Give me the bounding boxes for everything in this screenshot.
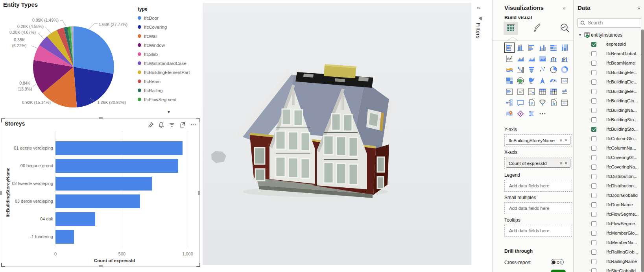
visual-type-decomp-tree-icon[interactable] (504, 98, 515, 108)
well-dropzone[interactable]: Count of expressId ∨ ✕ (504, 157, 572, 169)
visual-type-new-slicer-icon[interactable] (559, 87, 570, 97)
field-row-IfcDistribution[interactable]: IfcDistribution... (574, 172, 641, 181)
visual-type-narrative-icon[interactable] (526, 98, 537, 108)
visual-type-matrix-icon[interactable] (548, 87, 559, 97)
field-row-IfcBuildingGlo[interactable]: IfcBuildingGlo... (574, 96, 641, 105)
field-checkbox[interactable] (591, 146, 596, 151)
visual-type-stacked-area-icon[interactable] (526, 54, 537, 64)
visual-type-funnel-icon[interactable] (526, 65, 537, 75)
visual-type-kpi-icon[interactable] (515, 87, 526, 97)
visual-type-clustered-column-icon[interactable] (537, 43, 548, 53)
bar-chart-visual[interactable]: Storeys 01 eerste verdieping00 begane gr… (1, 118, 200, 266)
field-checkbox[interactable] (591, 61, 596, 66)
legend-item-IfcBuildingElementPart[interactable]: IfcBuildingElementPart (138, 68, 201, 77)
visual-type-slicer-icon[interactable] (526, 87, 537, 97)
field-checkbox[interactable] (591, 42, 596, 47)
ifc-building-model[interactable] (235, 54, 396, 200)
resize-handle[interactable] (99, 265, 103, 267)
field-checkbox[interactable] (591, 212, 596, 217)
field-row-IfcRailingName[interactable]: IfcRailingName (574, 257, 641, 266)
resize-handle[interactable] (198, 191, 200, 195)
field-checkbox[interactable] (591, 250, 596, 255)
field-row-IfcMemberNa[interactable]: IfcMemberNa... (574, 238, 641, 247)
field-row-IfcSiteGlobalId[interactable]: IfcSiteGlobalId (574, 266, 641, 272)
bar-01-eerste-verdieping[interactable] (55, 141, 183, 155)
well-dropzone[interactable]: Add data fields here (504, 225, 572, 237)
field-checkbox[interactable] (591, 240, 596, 245)
field-checkbox[interactable] (591, 117, 596, 122)
cross-report-toggle[interactable]: Off (551, 259, 564, 265)
field-row-IfcFlowSegme[interactable]: IfcFlowSegme... (574, 219, 641, 228)
remove-field-icon[interactable]: ✕ (565, 138, 568, 142)
field-row-IfcRailingGlob[interactable]: IfcRailingGlob... (574, 247, 641, 257)
bar-02-tweede-verdieping[interactable] (55, 177, 152, 191)
expand-filters-chevron-icon[interactable]: « (477, 4, 480, 11)
visual-type-bar-100-icon[interactable] (548, 43, 559, 53)
field-checkbox[interactable] (591, 259, 596, 264)
legend-item-IfcWall[interactable]: IfcWall (138, 31, 201, 41)
field-row-IfcBeamName[interactable]: IfcBeamName (574, 58, 641, 68)
field-row-IfcCoveringGl[interactable]: IfcCoveringGl... (574, 153, 641, 162)
field-checkbox[interactable] (591, 136, 596, 141)
format-visual-icon[interactable] (532, 23, 542, 33)
visual-type-donut-icon[interactable] (559, 65, 570, 75)
bar-04-dak[interactable] (55, 212, 95, 226)
field-row-IfcFlowSegme[interactable]: IfcFlowSegme... (574, 209, 641, 219)
chevron-down-icon[interactable]: ▼ (578, 33, 582, 37)
visual-type-gauge-icon[interactable] (548, 76, 559, 86)
pie-chart-visual[interactable]: Entity Types 1.68K (27.77%)1.26K (20.92%… (0, 0, 201, 117)
field-checkbox[interactable] (591, 127, 596, 132)
visual-type-multirow-card-icon[interactable] (504, 87, 515, 97)
field-checkbox[interactable] (591, 155, 596, 160)
collapse-data-chevron-icon[interactable]: » (637, 5, 640, 11)
field-checkbox[interactable] (591, 80, 596, 85)
field-row-IfcDistribution[interactable]: IfcDistribution... (574, 181, 641, 191)
field-row-IfcDoorName[interactable]: IfcDoorName (574, 200, 641, 209)
field-row-IfcBeamGlobal[interactable]: IfcBeamGlobal... (574, 49, 641, 58)
resize-corner[interactable] (196, 263, 200, 267)
field-checkbox[interactable] (591, 202, 596, 207)
field-checkbox[interactable] (591, 108, 596, 113)
visual-type-table-icon[interactable] (537, 87, 548, 97)
field-checkbox[interactable] (591, 98, 596, 104)
legend-item-IfcWallStandardCase[interactable]: IfcWallStandardCase (138, 59, 201, 68)
visual-type-filled-map-icon[interactable] (526, 76, 537, 86)
visual-type-stacked-area-100-icon[interactable] (537, 54, 548, 64)
field-row-IfcMemberGlo[interactable]: IfcMemberGlo... (574, 228, 641, 238)
field-row-expressId[interactable]: expressId (574, 39, 641, 49)
search-box[interactable] (578, 18, 641, 28)
field-row-IfcBuildingSto[interactable]: IfcBuildingSto... (574, 124, 641, 134)
legend-item-IfcFlowSegment[interactable]: IfcFlowSegment (138, 95, 201, 104)
visual-type-power-automate-icon[interactable] (526, 109, 537, 119)
legend-item-IfcWindow[interactable]: IfcWindow (138, 41, 201, 50)
keep-all-filters-toggle-partial[interactable] (551, 270, 566, 272)
field-checkbox[interactable] (591, 174, 596, 179)
chevron-down-icon[interactable]: ∨ (559, 161, 562, 165)
field-row-IfcCoveringNa[interactable]: IfcCoveringNa... (574, 162, 641, 172)
field-checkbox[interactable] (591, 51, 596, 56)
visual-type-arcgis-icon[interactable] (504, 109, 515, 119)
bar--1-fundering[interactable] (55, 230, 74, 244)
remove-field-icon[interactable]: ✕ (565, 161, 568, 165)
visual-type-scatter-icon[interactable] (537, 65, 548, 75)
analytics-icon[interactable] (559, 23, 570, 34)
field-row-IfcBuildingNa[interactable]: IfcBuildingNa... (574, 105, 641, 115)
well-dropzone[interactable]: IfcBuildingStoreyName ∨ ✕ (504, 134, 572, 146)
data-pane-scrollbar[interactable] (641, 30, 644, 272)
field-row-IfcBuildingEle[interactable]: IfcBuildingEle... (574, 77, 641, 87)
field-checkbox[interactable] (591, 183, 596, 189)
field-checkbox[interactable] (591, 70, 596, 75)
legend-item-IfcRailing[interactable]: IfcRailing (138, 86, 201, 95)
visual-type-power-apps-icon[interactable] (515, 109, 526, 119)
table-row-entityinstances[interactable]: ▼ entityInstances (574, 31, 641, 39)
legend-item-IfcCovering[interactable]: IfcCovering (138, 22, 201, 31)
visual-type-card-icon[interactable]: 123 (559, 76, 570, 86)
field-row-IfcColumnGlo[interactable]: IfcColumnGlo... (574, 134, 641, 143)
visual-type-clustered-bar-icon[interactable] (526, 43, 537, 53)
chevron-down-icon[interactable]: ∨ (559, 138, 562, 142)
visual-type-metrics-icon[interactable] (537, 98, 548, 108)
visual-type-qa-icon[interactable] (515, 98, 526, 108)
field-checkbox[interactable] (591, 193, 596, 198)
3d-model-viewer-visual[interactable] (203, 3, 472, 265)
well-dropzone[interactable]: Add data fields here (504, 202, 572, 214)
